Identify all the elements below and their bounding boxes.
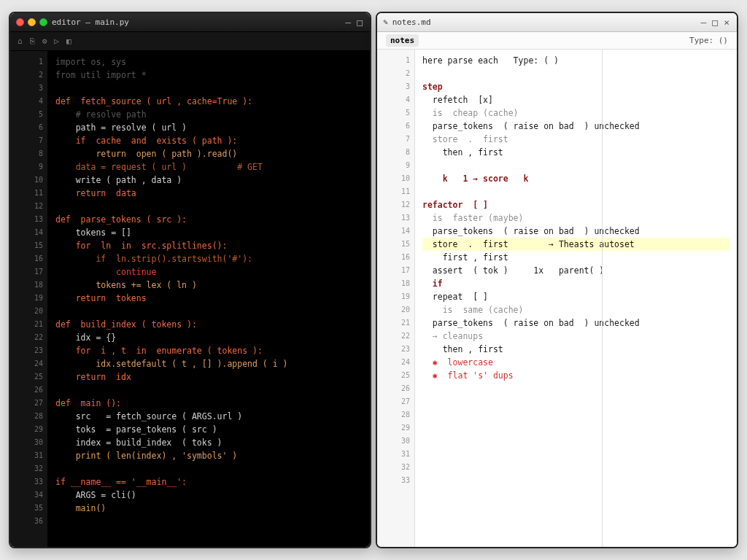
home-icon[interactable]: ⌂ <box>18 36 23 46</box>
tab-notes[interactable]: notes <box>386 34 419 47</box>
copy-icon[interactable]: ⎘ <box>30 36 35 46</box>
maximize-button[interactable]: □ <box>711 18 719 27</box>
minimize-icon[interactable] <box>28 18 36 26</box>
document-icon: ✎ <box>383 18 388 27</box>
run-icon[interactable]: ▷ <box>54 36 59 46</box>
right-code[interactable]: here parse each Type: ( ) step refetch [… <box>415 50 737 547</box>
left-window-controls: — □ <box>344 18 364 27</box>
right-gutter: 1234567891011121314151617181920212223242… <box>377 50 415 547</box>
close-button[interactable]: × <box>722 18 731 27</box>
left-editor: 1234567891011121314151617181920212223242… <box>10 51 370 547</box>
right-window-controls: — □ × <box>700 18 731 27</box>
right-titlebar[interactable]: ✎ notes.md — □ × <box>377 13 737 32</box>
type-label: Type: () <box>689 36 728 45</box>
zoom-icon[interactable] <box>39 18 47 26</box>
close-icon[interactable] <box>16 18 24 26</box>
gear-icon[interactable]: ⚙ <box>42 36 47 46</box>
minimize-button[interactable]: — <box>344 18 352 27</box>
right-editor: 1234567891011121314151617181920212223242… <box>377 50 737 547</box>
left-toolbar: ⌂ ⎘ ⚙ ▷ ◧ <box>10 32 370 51</box>
minimize-button[interactable]: — <box>700 18 708 27</box>
traffic-lights <box>16 18 47 26</box>
left-titlebar[interactable]: editor – main.py — □ <box>10 13 370 32</box>
left-gutter: 1234567891011121314151617181920212223242… <box>10 51 48 547</box>
left-editor-window: editor – main.py — □ ⌂ ⎘ ⚙ ▷ ◧ 123456789… <box>9 12 371 548</box>
right-tabrow: notes Type: () <box>377 32 737 50</box>
right-title: notes.md <box>392 18 431 27</box>
maximize-button[interactable]: □ <box>355 18 364 27</box>
right-editor-window: ✎ notes.md — □ × notes Type: () 12345678… <box>376 12 738 548</box>
split-icon[interactable]: ◧ <box>66 36 71 46</box>
left-code[interactable]: import os, sysfrom util import * def fet… <box>48 51 370 547</box>
left-title: editor – main.py <box>52 18 129 27</box>
